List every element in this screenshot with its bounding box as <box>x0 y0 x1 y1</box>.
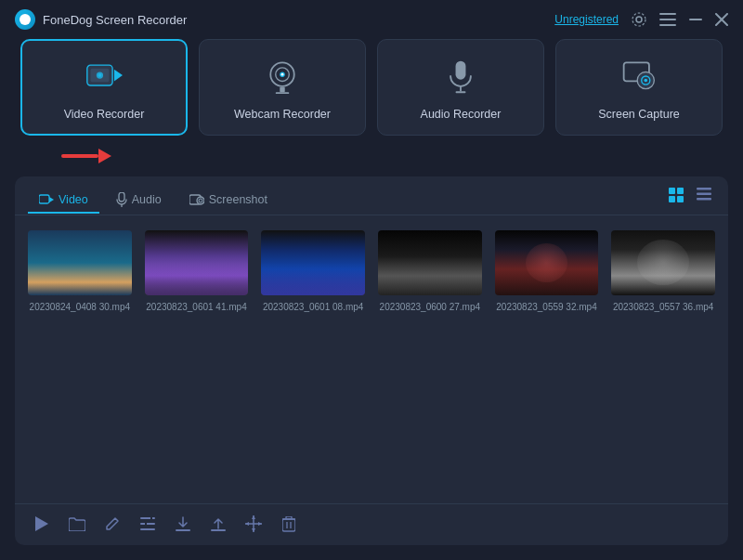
svg-rect-20 <box>460 86 462 91</box>
tab-video-label: Video <box>59 193 88 206</box>
svg-rect-47 <box>211 529 226 531</box>
svg-marker-50 <box>252 515 255 519</box>
unregistered-link[interactable]: Unregistered <box>554 13 619 26</box>
video-tab-icon <box>39 194 54 205</box>
svg-rect-46 <box>176 529 190 531</box>
svg-marker-51 <box>252 528 255 532</box>
file-panel: Video Audio Screenshot <box>15 176 728 545</box>
edit-button[interactable] <box>102 514 123 534</box>
svg-rect-33 <box>669 188 675 194</box>
red-arrow <box>61 149 111 163</box>
svg-rect-2 <box>659 13 676 15</box>
delete-button[interactable] <box>279 514 299 534</box>
title-bar-right: Unregistered <box>554 12 728 27</box>
tab-screenshot[interactable]: Screenshot <box>178 188 279 214</box>
mode-row: Video Recorder Webcam Recorder <box>15 39 728 136</box>
file-thumbnail <box>495 230 599 295</box>
svg-marker-12 <box>114 70 123 82</box>
svg-rect-28 <box>119 192 124 202</box>
svg-marker-53 <box>258 522 262 526</box>
screen-capture-icon <box>620 58 658 98</box>
file-thumbnail <box>378 230 482 295</box>
audio-tab-icon <box>116 192 127 207</box>
svg-rect-54 <box>282 519 295 531</box>
svg-point-11 <box>98 73 102 77</box>
main-content: Video Recorder Webcam Recorder <box>0 39 743 560</box>
file-name: 20230823_0600 27.mp4 <box>380 301 480 313</box>
svg-marker-52 <box>245 522 249 526</box>
list-item[interactable]: 20230823_0601 08.mp4 <box>261 230 365 313</box>
settings-icon[interactable] <box>632 12 646 27</box>
svg-marker-27 <box>49 197 54 202</box>
webcam-recorder-label: Webcam Recorder <box>234 108 331 121</box>
list-item[interactable]: 20230823_0559 32.mp4 <box>495 230 599 313</box>
move-button[interactable] <box>243 514 264 534</box>
menu-icon[interactable] <box>659 13 676 26</box>
mode-webcam-recorder[interactable]: Webcam Recorder <box>199 39 366 136</box>
svg-point-31 <box>197 197 204 204</box>
audio-recorder-icon <box>442 58 479 98</box>
svg-rect-34 <box>677 188 684 194</box>
arrow-shaft <box>61 154 98 158</box>
svg-rect-42 <box>140 523 155 525</box>
webcam-recorder-icon <box>264 58 301 98</box>
svg-rect-5 <box>689 19 702 20</box>
tab-audio[interactable]: Audio <box>105 187 173 215</box>
close-icon[interactable] <box>715 13 728 26</box>
file-name: 20230823_0559 32.mp4 <box>496 301 596 313</box>
file-name: 20230824_0408 30.mp4 <box>30 301 130 313</box>
mode-video-recorder[interactable]: Video Recorder <box>20 39 188 136</box>
svg-rect-19 <box>456 61 466 80</box>
mode-audio-recorder[interactable]: Audio Recorder <box>377 39 544 136</box>
list-item[interactable]: 20230823_0557 36.mp4 <box>611 230 715 313</box>
file-thumbnail <box>611 230 715 295</box>
app-logo <box>15 9 35 30</box>
folder-button[interactable] <box>67 514 87 534</box>
file-grid: 20230824_0408 30.mp4 20230823_0601 41.mp… <box>15 215 728 503</box>
svg-rect-39 <box>697 198 711 201</box>
svg-point-0 <box>636 17 642 22</box>
file-name: 20230823_0601 08.mp4 <box>263 301 363 313</box>
tab-screenshot-label: Screenshot <box>209 193 267 206</box>
list-item[interactable]: 20230823_0601 41.mp4 <box>145 230 249 313</box>
minimize-icon[interactable] <box>689 19 702 20</box>
list-view-btn[interactable] <box>693 186 715 207</box>
menu-options-button[interactable] <box>137 514 158 534</box>
app-title: FoneDog Screen Recorder <box>43 13 187 27</box>
view-toggle <box>665 186 715 215</box>
video-recorder-label: Video Recorder <box>64 108 145 121</box>
file-thumbnail <box>145 230 249 295</box>
list-item[interactable]: 20230823_0600 27.mp4 <box>378 230 482 313</box>
file-tabs: Video Audio Screenshot <box>15 176 728 215</box>
svg-rect-41 <box>140 517 155 519</box>
grid-view-btn[interactable] <box>665 186 687 207</box>
svg-rect-17 <box>280 87 284 92</box>
tab-video[interactable]: Video <box>28 188 99 214</box>
title-bar-left: FoneDog Screen Recorder <box>15 9 187 30</box>
svg-rect-4 <box>659 24 676 26</box>
file-name: 20230823_0557 36.mp4 <box>613 301 713 313</box>
file-thumbnail <box>28 230 132 295</box>
mode-screen-capture[interactable]: Screen Capture <box>555 39 723 136</box>
file-thumbnail <box>261 230 365 295</box>
screen-capture-label: Screen Capture <box>598 108 680 121</box>
svg-rect-37 <box>697 188 711 190</box>
tab-audio-label: Audio <box>132 193 162 206</box>
svg-point-1 <box>632 13 645 26</box>
video-recorder-icon <box>85 58 123 98</box>
download-button[interactable] <box>173 514 193 534</box>
svg-point-16 <box>281 73 284 76</box>
svg-rect-3 <box>659 19 676 20</box>
share-button[interactable] <box>208 514 228 534</box>
svg-rect-21 <box>456 91 466 93</box>
screenshot-tab-icon <box>189 193 204 206</box>
svg-rect-35 <box>669 196 675 202</box>
svg-rect-56 <box>286 516 292 519</box>
title-bar: FoneDog Screen Recorder Unregistered <box>0 0 743 39</box>
play-button[interactable] <box>32 514 52 534</box>
svg-rect-43 <box>140 528 155 530</box>
svg-rect-18 <box>276 92 290 94</box>
list-item[interactable]: 20230824_0408 30.mp4 <box>28 230 132 313</box>
file-name: 20230823_0601 41.mp4 <box>146 301 246 313</box>
svg-marker-40 <box>35 516 48 531</box>
